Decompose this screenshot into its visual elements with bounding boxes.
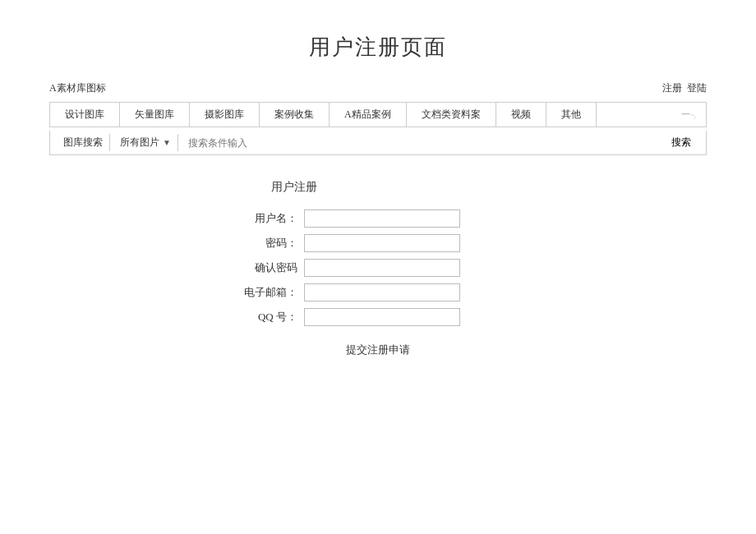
nav-item-other[interactable]: 其他	[546, 103, 597, 127]
form-row-qq: QQ 号：	[238, 305, 518, 329]
chevron-down-icon: ▼	[163, 138, 171, 147]
username-input[interactable]	[304, 209, 460, 228]
password-cell	[304, 231, 518, 255]
registration-form-container: 用户注册 用户名： 密码： 确认密码 电子邮箱：	[0, 180, 756, 357]
email-input[interactable]	[304, 283, 460, 302]
nav-item-vector[interactable]: 矢量图库	[120, 103, 190, 127]
nav-menu: 设计图库 矢量图库 摄影图库 案例收集 A精品案例 文档类资料案 视频 其他 一…	[49, 102, 707, 127]
nav-item-docs[interactable]: 文档类资料案	[407, 103, 496, 127]
top-bar: A素材库图标 注册 登陆	[0, 78, 756, 99]
qq-input[interactable]	[304, 308, 460, 326]
password-input[interactable]	[304, 234, 460, 252]
search-input[interactable]	[182, 136, 660, 150]
qq-label: QQ 号：	[238, 305, 304, 329]
email-cell	[304, 280, 518, 305]
username-label: 用户名：	[238, 206, 304, 231]
search-category-dropdown[interactable]: 所有图片 ▼	[113, 134, 178, 151]
search-button[interactable]: 搜索	[663, 134, 699, 151]
submit-row: 提交注册申请	[346, 343, 410, 357]
dropdown-value: 所有图片	[120, 136, 159, 150]
site-logo: A素材库图标	[49, 81, 106, 95]
nav-corner: 一╮	[675, 105, 706, 124]
nav-item-premium[interactable]: A精品案例	[330, 103, 407, 127]
confirm-password-input[interactable]	[304, 259, 460, 277]
form-row-password: 密码：	[238, 231, 518, 255]
form-table: 用户名： 密码： 确认密码 电子邮箱：	[238, 206, 518, 329]
nav-item-case-collection[interactable]: 案例收集	[260, 103, 330, 127]
confirm-password-label: 确认密码	[238, 255, 304, 280]
username-cell	[304, 206, 518, 231]
qq-cell	[304, 305, 518, 329]
search-bar: 图库搜索 所有图片 ▼ 搜索	[49, 131, 707, 155]
nav-item-design[interactable]: 设计图库	[50, 103, 120, 127]
confirm-password-cell	[304, 255, 518, 280]
form-row-confirm-password: 确认密码	[238, 255, 518, 280]
email-label: 电子邮箱：	[238, 280, 304, 305]
nav-item-video[interactable]: 视频	[496, 103, 546, 127]
form-title: 用户注册	[271, 180, 317, 195]
login-link[interactable]: 登陆	[687, 81, 707, 95]
form-row-username: 用户名：	[238, 206, 518, 231]
submit-button[interactable]: 提交注册申请	[346, 343, 410, 357]
search-label: 图库搜索	[57, 134, 110, 151]
nav-item-photo[interactable]: 摄影图库	[190, 103, 260, 127]
page-title: 用户注册页面	[0, 0, 756, 78]
form-row-email: 电子邮箱：	[238, 280, 518, 305]
register-link[interactable]: 注册	[662, 81, 682, 95]
auth-links: 注册 登陆	[662, 81, 707, 95]
password-label: 密码：	[238, 231, 304, 255]
